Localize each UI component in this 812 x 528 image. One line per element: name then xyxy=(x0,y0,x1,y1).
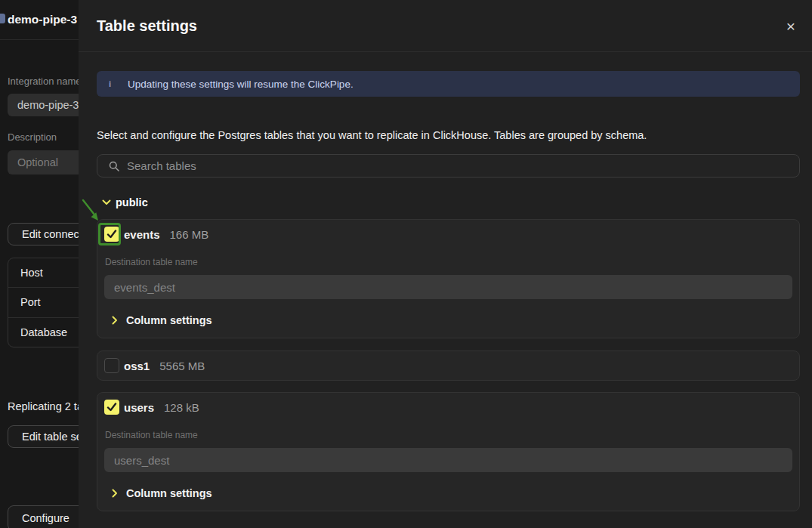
table-size: 5565 MB xyxy=(159,360,205,372)
destination-table-label: Destination table name xyxy=(104,430,792,440)
table-name: oss1 xyxy=(124,360,150,372)
column-settings-label: Column settings xyxy=(126,487,212,499)
checkmark-icon xyxy=(107,230,117,239)
table-card-users: users 128 kB Destination table name Colu… xyxy=(97,392,800,511)
users-destination-input[interactable] xyxy=(104,448,792,472)
checkmark-icon xyxy=(107,403,117,412)
search-icon xyxy=(109,161,119,171)
oss1-checkbox[interactable] xyxy=(104,358,119,373)
close-icon[interactable]: × xyxy=(786,18,795,34)
destination-table-label: Destination table name xyxy=(104,257,792,267)
modal-body: i Updating these settings will resume th… xyxy=(79,52,812,511)
events-destination-input[interactable] xyxy=(104,275,792,299)
search-box[interactable] xyxy=(97,154,800,178)
chevron-right-icon xyxy=(111,489,119,498)
info-banner: i Updating these settings will resume th… xyxy=(97,71,800,97)
search-input[interactable] xyxy=(127,159,799,172)
modal-description: Select and configure the Postgres tables… xyxy=(97,129,800,141)
modal-title: Table settings xyxy=(97,17,197,35)
table-row: oss1 5565 MB xyxy=(104,358,792,373)
description-label: Description xyxy=(8,131,57,143)
users-column-settings[interactable]: Column settings xyxy=(104,486,792,501)
schema-group-public[interactable]: public xyxy=(97,196,800,208)
table-name: users xyxy=(124,401,154,414)
table-size: 166 MB xyxy=(170,228,209,241)
info-banner-text: Updating these settings will resume the … xyxy=(128,79,354,90)
events-checkbox[interactable] xyxy=(104,227,119,242)
chevron-down-icon xyxy=(102,199,111,206)
column-settings-label: Column settings xyxy=(126,314,212,326)
table-size: 128 kB xyxy=(164,401,199,414)
users-checkbox[interactable] xyxy=(104,400,119,415)
page-title: demo-pipe-3 xyxy=(8,0,77,39)
app-logo-icon xyxy=(0,14,5,23)
table-name: events xyxy=(124,228,160,241)
info-icon: i xyxy=(109,79,113,88)
modal-header: Table settings × xyxy=(79,0,812,52)
events-column-settings[interactable]: Column settings xyxy=(104,313,792,328)
schema-name: public xyxy=(116,196,148,208)
table-row: users 128 kB xyxy=(104,400,792,415)
table-settings-modal: Table settings × i Updating these settin… xyxy=(79,0,812,528)
table-row: events 166 MB xyxy=(104,227,792,242)
integration-name-label: Integration name xyxy=(8,76,82,87)
table-card-events: events 166 MB Destination table name Col… xyxy=(97,219,800,338)
table-card-oss1: oss1 5565 MB xyxy=(97,350,800,381)
chevron-right-icon xyxy=(111,316,119,325)
